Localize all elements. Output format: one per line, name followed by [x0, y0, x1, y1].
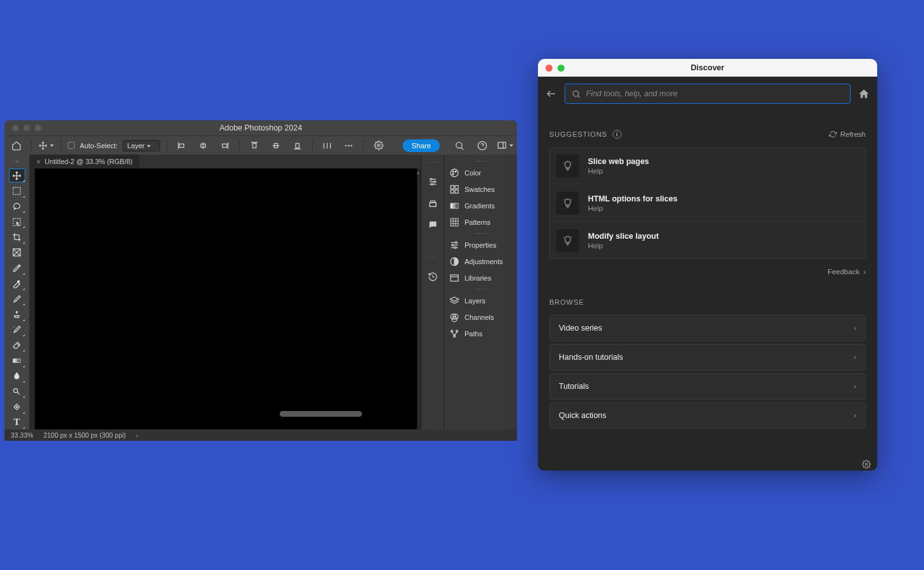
- align-bottom-button[interactable]: [289, 138, 306, 153]
- channels-panel-button[interactable]: Channels: [444, 309, 517, 326]
- status-bar: 33.33% 2100 px x 1500 px (300 ppi) ›: [4, 429, 517, 441]
- discover-titlebar[interactable]: Discover: [538, 59, 877, 77]
- back-button[interactable]: [546, 88, 557, 99]
- maximize-window-button[interactable]: [35, 125, 41, 131]
- layers-panel-button[interactable]: Layers: [444, 293, 517, 309]
- svg-line-83: [571, 237, 572, 238]
- svg-rect-65: [451, 275, 458, 281]
- gradients-panel-button[interactable]: Gradients: [444, 198, 517, 214]
- auto-select-checkbox[interactable]: [68, 142, 75, 149]
- auto-select-label: Auto-Select:: [80, 142, 118, 149]
- search-field-wrap[interactable]: [565, 84, 851, 104]
- workspace-button[interactable]: [497, 138, 513, 153]
- align-center-h-button[interactable]: [195, 138, 211, 153]
- svg-rect-51: [455, 190, 458, 193]
- marquee-tool[interactable]: [9, 184, 25, 198]
- more-options-button[interactable]: [340, 138, 357, 153]
- document-tab-label: Untitled-2 @ 33.3% (RGB/8): [45, 158, 133, 165]
- dock-grip-2[interactable]: ┈┈┈: [427, 256, 439, 260]
- suggestion-item[interactable]: HTML options for slicesHelp: [550, 186, 865, 222]
- lightbulb-icon: [556, 229, 579, 252]
- brushes-icon[interactable]: [426, 196, 440, 210]
- comments-icon[interactable]: [426, 218, 440, 232]
- pen-tool[interactable]: [9, 400, 25, 414]
- align-right-button[interactable]: [216, 138, 233, 153]
- eyedropper-tool[interactable]: [9, 261, 25, 275]
- panel-grip[interactable]: ┈┈┈┈: [444, 286, 517, 293]
- settings-gear-button[interactable]: [370, 138, 387, 153]
- discover-content[interactable]: SUGGESTIONS i Refresh Slice web pagesHel…: [538, 111, 877, 458]
- paths-panel-button[interactable]: Paths: [444, 326, 517, 342]
- clone-stamp-tool[interactable]: [9, 307, 25, 321]
- dock-grip[interactable]: ┈┈┈: [427, 161, 439, 165]
- canvas-area[interactable]: «: [30, 168, 421, 429]
- swatches-panel-button[interactable]: Swatches: [444, 181, 517, 198]
- svg-point-63: [454, 247, 456, 249]
- info-icon[interactable]: i: [613, 130, 621, 139]
- browse-item[interactable]: Quick actions›: [549, 402, 866, 429]
- refresh-button[interactable]: Refresh: [829, 130, 866, 138]
- search-input[interactable]: [586, 89, 844, 98]
- suggestion-item[interactable]: Modify slice layoutHelp: [550, 223, 865, 258]
- close-window-button[interactable]: [546, 65, 553, 72]
- dodge-tool[interactable]: [9, 384, 25, 398]
- search-icon: [571, 89, 581, 99]
- properties-panel-button[interactable]: Properties: [444, 237, 517, 253]
- type-tool[interactable]: T: [9, 415, 25, 429]
- align-center-v-button[interactable]: [268, 138, 284, 153]
- patterns-panel-button[interactable]: Patterns: [444, 214, 517, 231]
- healing-brush-tool[interactable]: [9, 277, 25, 291]
- history-icon[interactable]: [426, 270, 440, 284]
- eraser-tool[interactable]: [9, 338, 25, 352]
- brush-tool[interactable]: [9, 292, 25, 306]
- svg-point-36: [430, 179, 432, 180]
- photoshop-window: Adobe Photoshop 2024 Auto-Select: Layer …: [4, 120, 517, 441]
- lasso-tool[interactable]: [9, 200, 25, 213]
- panel-grip[interactable]: ┈┈┈┈: [444, 158, 517, 165]
- history-brush-tool[interactable]: [9, 323, 25, 337]
- feedback-link[interactable]: Feedback ›: [828, 268, 866, 276]
- suggestion-item[interactable]: Slice web pagesHelp: [550, 148, 865, 184]
- document-canvas[interactable]: [35, 168, 417, 429]
- share-button[interactable]: Share: [403, 139, 440, 152]
- frame-tool[interactable]: [9, 246, 25, 260]
- adjustments-panel-button[interactable]: Adjustments: [444, 253, 517, 270]
- svg-point-84: [865, 463, 868, 466]
- align-top-button[interactable]: [246, 138, 263, 153]
- object-selection-tool[interactable]: [9, 215, 25, 229]
- collapsed-panel-dock: ┈┈┈ ┈┈┈: [421, 155, 444, 429]
- align-left-button[interactable]: [173, 138, 190, 153]
- move-tool[interactable]: [9, 168, 25, 182]
- close-window-button[interactable]: [12, 125, 18, 131]
- status-bar-flyout[interactable]: ›: [136, 431, 139, 439]
- libraries-panel-button[interactable]: Libraries: [444, 270, 517, 286]
- crop-tool[interactable]: [9, 230, 25, 244]
- svg-rect-23: [498, 142, 506, 148]
- maximize-window-button[interactable]: [558, 65, 565, 72]
- browse-item[interactable]: Tutorials›: [549, 373, 866, 400]
- blur-tool[interactable]: [9, 369, 25, 383]
- photoshop-titlebar[interactable]: Adobe Photoshop 2024: [4, 120, 517, 136]
- help-button[interactable]: [474, 138, 490, 153]
- distribute-button[interactable]: [319, 138, 335, 153]
- gradient-tool[interactable]: [9, 353, 25, 367]
- svg-rect-11: [296, 143, 299, 148]
- search-button[interactable]: [451, 138, 468, 153]
- document-tab[interactable]: × Untitled-2 @ 33.3% (RGB/8): [30, 155, 140, 168]
- minimize-window-button[interactable]: [23, 125, 30, 131]
- browse-item[interactable]: Video series›: [549, 315, 866, 341]
- horizontal-scrollbar[interactable]: [280, 411, 362, 417]
- browse-item[interactable]: Hands-on tutorials›: [549, 344, 866, 370]
- home-button[interactable]: [858, 88, 870, 99]
- adjustments-icon[interactable]: [426, 175, 440, 189]
- color-panel-button[interactable]: Color: [444, 165, 517, 181]
- svg-rect-25: [13, 187, 20, 194]
- panel-grip[interactable]: ┈┈┈┈: [444, 231, 517, 237]
- auto-select-target-dropdown[interactable]: Layer: [123, 140, 161, 151]
- active-tool-indicator[interactable]: [38, 138, 54, 153]
- tab-close-button[interactable]: ×: [36, 157, 41, 167]
- zoom-level[interactable]: 33.33%: [11, 431, 34, 439]
- chevron-right-icon: ›: [854, 353, 856, 362]
- home-button[interactable]: [8, 138, 25, 153]
- settings-gear-button[interactable]: [862, 460, 871, 469]
